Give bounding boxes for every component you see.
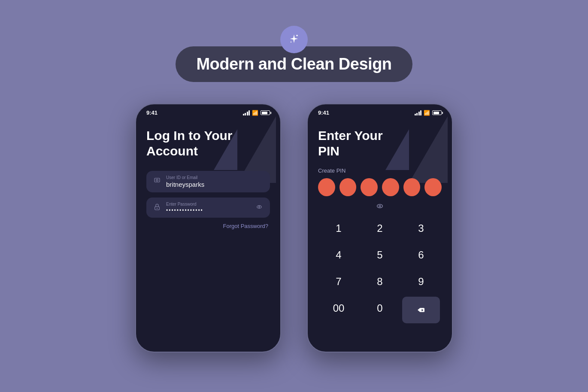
username-text-area: User ID or Email britneysparks: [166, 175, 263, 188]
pin-dot-3: [361, 178, 378, 196]
status-icons-pin: 📶: [415, 110, 442, 116]
key-3[interactable]: 3: [400, 215, 442, 242]
pin-dots-row: [318, 178, 442, 196]
status-icons-login: 📶: [243, 110, 270, 116]
pin-dot-1: [318, 178, 335, 196]
forgot-password-link[interactable]: Forgot Password?: [146, 223, 270, 229]
svg-rect-2: [155, 178, 160, 182]
sparkle-icon: [280, 26, 308, 53]
svg-point-3: [156, 179, 158, 181]
phone-login: 9:41 📶 Log In to Your Account: [135, 103, 281, 352]
password-label: Enter Password: [166, 202, 250, 207]
pin-dot-5: [403, 178, 421, 196]
phones-container: 9:41 📶 Log In to Your Account: [135, 103, 453, 352]
password-text-area: Enter Password ••••••••••••••: [166, 202, 250, 213]
svg-point-6: [257, 205, 262, 208]
signal-icon-pin: [415, 110, 422, 115]
eye-icon-pin[interactable]: [318, 201, 442, 211]
svg-point-7: [259, 206, 260, 207]
lock-icon: [153, 203, 161, 213]
battery-fill: [262, 112, 268, 114]
username-label: User ID or Email: [166, 175, 263, 180]
username-value: britneysparks: [166, 181, 263, 188]
pin-title: Enter Your PIN: [318, 128, 442, 159]
pin-dot-2: [339, 178, 357, 196]
key-5[interactable]: 5: [359, 242, 400, 268]
key-1[interactable]: 1: [318, 215, 359, 242]
svg-point-5: [157, 207, 158, 208]
delete-key[interactable]: [402, 297, 440, 323]
key-6[interactable]: 6: [400, 242, 442, 268]
svg-point-1: [291, 42, 291, 43]
key-8[interactable]: 8: [359, 268, 400, 295]
wifi-icon-pin: 📶: [424, 110, 430, 116]
key-7[interactable]: 7: [318, 268, 359, 295]
pin-content: Enter Your PIN Create PIN 1: [308, 118, 452, 325]
wifi-icon: 📶: [252, 110, 258, 116]
status-time-pin: 9:41: [318, 109, 329, 116]
pin-keypad: 1 2 3 4 5 6 7 8 9 00 0: [318, 215, 442, 325]
pin-title-line1: Enter Your: [318, 128, 383, 143]
password-field[interactable]: Enter Password ••••••••••••••: [146, 198, 270, 218]
eye-icon-login[interactable]: [255, 203, 263, 213]
signal-icon: [243, 110, 250, 115]
pin-dot-6: [424, 178, 442, 196]
username-field[interactable]: User ID or Email britneysparks: [146, 171, 270, 192]
battery-icon-pin: [432, 110, 442, 115]
status-bar-pin: 9:41 📶: [308, 104, 452, 118]
key-2[interactable]: 2: [359, 215, 400, 242]
key-0[interactable]: 0: [359, 295, 400, 322]
header-section: Modern and Clean Design: [176, 26, 412, 82]
phone-pin: 9:41 📶 Enter Your PIN Create PIN: [307, 103, 453, 352]
key-9[interactable]: 9: [400, 268, 442, 295]
svg-point-0: [296, 35, 298, 36]
create-pin-label: Create PIN: [318, 167, 442, 174]
password-dots: ••••••••••••••: [166, 207, 250, 213]
sparkle-svg: [288, 33, 300, 46]
svg-point-8: [377, 204, 383, 208]
key-4[interactable]: 4: [318, 242, 359, 268]
user-icon: [153, 177, 161, 186]
pin-dot-4: [382, 178, 399, 196]
svg-point-9: [379, 205, 381, 207]
status-bar-login: 9:41 📶: [136, 104, 280, 118]
key-00[interactable]: 00: [318, 295, 359, 322]
main-title: Modern and Clean Design: [196, 55, 391, 73]
battery-icon: [261, 110, 270, 115]
battery-fill-pin: [433, 112, 439, 114]
status-time-login: 9:41: [146, 109, 158, 116]
pin-title-line2: PIN: [318, 144, 339, 158]
login-content: Log In to Your Account User ID or Email …: [136, 118, 280, 229]
login-title: Log In to Your Account: [146, 128, 270, 159]
